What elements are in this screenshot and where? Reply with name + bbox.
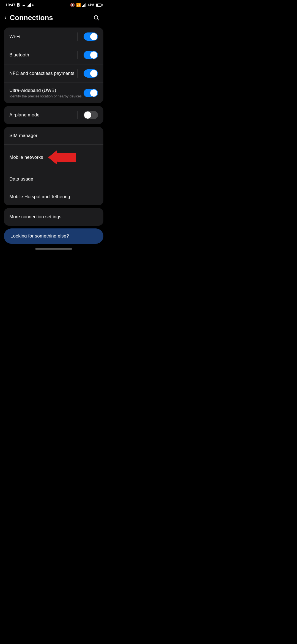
uwb-label: Ultra-wideband (UWB) [9, 88, 84, 93]
bluetooth-label: Bluetooth [9, 52, 77, 58]
more-connection-label: More connection settings [9, 214, 61, 220]
more-connection-item[interactable]: More connection settings [4, 208, 103, 226]
airplane-item[interactable]: Airplane mode [4, 106, 103, 124]
wifi-label: Wi-Fi [9, 34, 77, 39]
uwb-toggle-thumb [90, 89, 97, 97]
cloud-icon: ☁ [22, 3, 25, 7]
carrier-signal-bars [82, 3, 86, 7]
mute-icon: 🔇 [70, 3, 75, 7]
status-bar: 10:47 🖼 ☁ 🔇 📶 41% [0, 0, 107, 9]
divider [77, 32, 78, 41]
nfc-label: NFC and contactless payments [9, 71, 77, 76]
uwb-sublabel: Identify the precise location of nearby … [9, 94, 84, 98]
uwb-item[interactable]: Ultra-wideband (UWB) Identify the precis… [4, 83, 103, 103]
back-button[interactable]: ‹ [4, 15, 6, 21]
mobile-networks-label: Mobile networks [9, 155, 43, 160]
status-right: 🔇 📶 41% [70, 3, 102, 7]
data-usage-label: Data usage [9, 176, 33, 182]
airplane-toggle-thumb [84, 111, 91, 119]
wifi-item[interactable]: Wi-Fi [4, 28, 103, 46]
wifi-status-icon: 📶 [76, 3, 81, 7]
notification-dot [32, 4, 34, 6]
nfc-toggle[interactable] [84, 69, 98, 78]
home-indicator [35, 248, 72, 250]
status-time: 10:47 [6, 3, 15, 7]
gallery-icon: 🖼 [17, 3, 20, 7]
header-left: ‹ Connections [4, 13, 53, 22]
mobile-networks-item[interactable]: Mobile networks [4, 144, 103, 170]
nfc-item[interactable]: NFC and contactless payments [4, 64, 103, 83]
airplane-section: Airplane mode [4, 106, 103, 124]
divider [77, 111, 78, 119]
divider [77, 51, 78, 59]
page-header: ‹ Connections [0, 9, 107, 28]
hotspot-item[interactable]: Mobile Hotspot and Tethering [4, 188, 103, 205]
bluetooth-toggle-thumb [90, 51, 97, 59]
sim-manager-label: SIM manager [9, 133, 37, 138]
airplane-label: Airplane mode [9, 112, 77, 118]
hotspot-label: Mobile Hotspot and Tethering [9, 194, 70, 200]
battery-percent: 41% [88, 3, 94, 7]
airplane-toggle[interactable] [84, 111, 98, 119]
search-button[interactable] [91, 12, 102, 23]
more-connection-section: More connection settings [4, 208, 103, 226]
wifi-toggle-thumb [90, 33, 97, 40]
bluetooth-item[interactable]: Bluetooth [4, 46, 103, 64]
red-arrow [48, 150, 76, 165]
bluetooth-toggle[interactable] [84, 51, 98, 59]
search-icon [93, 15, 99, 21]
status-left: 10:47 🖼 ☁ [6, 3, 34, 7]
bottom-suggestion-bar[interactable]: Looking for something else? [4, 228, 103, 244]
network-section: SIM manager Mobile networks Data usage M… [4, 127, 103, 205]
wifi-toggle[interactable] [84, 32, 98, 41]
uwb-toggle[interactable] [84, 89, 98, 97]
nfc-toggle-thumb [90, 70, 97, 77]
divider [77, 69, 78, 78]
bottom-suggestion-label: Looking for something else? [10, 233, 69, 239]
svg-line-1 [97, 19, 99, 20]
battery-indicator [96, 4, 102, 7]
signal-bars [27, 3, 31, 7]
sim-manager-item[interactable]: SIM manager [4, 127, 103, 144]
data-usage-item[interactable]: Data usage [4, 170, 103, 188]
connectivity-section: Wi-Fi Bluetooth NFC and contactless paym… [4, 28, 103, 103]
page-title: Connections [10, 13, 53, 22]
